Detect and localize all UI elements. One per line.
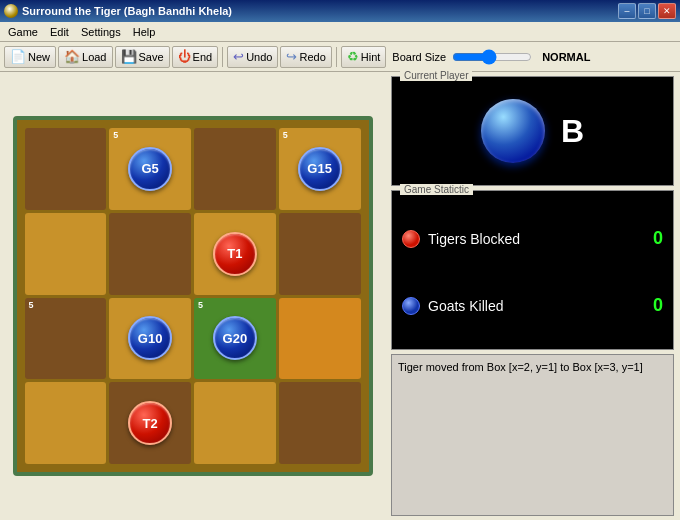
menu-game[interactable]: Game xyxy=(2,24,44,40)
goats-killed-indicator: Goats Killed xyxy=(402,297,503,315)
board-cell-3-1[interactable]: T2 xyxy=(109,382,191,464)
save-button[interactable]: 💾 Save xyxy=(115,46,170,68)
current-player-content: B xyxy=(392,77,673,185)
board-cell-3-0[interactable] xyxy=(25,382,107,464)
tigers-blocked-dot xyxy=(402,230,420,248)
goats-killed-row: Goats Killed 0 xyxy=(402,295,663,316)
cell-label-0-3: 5 xyxy=(283,130,288,140)
menu-settings[interactable]: Settings xyxy=(75,24,127,40)
cell-label-2-0: 5 xyxy=(29,300,34,310)
toolbar: 📄 New 🏠 Load 💾 Save ⏻ End ↩ Undo ↪ Redo … xyxy=(0,42,680,72)
cell-label-0-1: 5 xyxy=(113,130,118,140)
redo-label: Redo xyxy=(299,51,325,63)
board-cell-1-0[interactable] xyxy=(25,213,107,295)
board-cell-1-3[interactable] xyxy=(279,213,361,295)
board-cell-0-0[interactable] xyxy=(25,128,107,210)
save-icon: 💾 xyxy=(121,49,137,64)
current-player-section-label: Current Player xyxy=(400,70,472,81)
piece-t1[interactable]: T1 xyxy=(213,232,257,276)
goats-killed-value: 0 xyxy=(653,295,663,316)
board-size-slider[interactable] xyxy=(452,49,532,65)
board-grid: 5G55G15T15G105G20T2 xyxy=(25,128,361,464)
title-text: Surround the Tiger (Bagh Bandhi Khela) xyxy=(4,4,232,18)
hint-label: Hint xyxy=(361,51,381,63)
toolbar-separator-1 xyxy=(222,47,223,67)
board-cell-1-1[interactable] xyxy=(109,213,191,295)
board-area: 5G55G15T15G105G20T2 xyxy=(0,72,385,520)
hint-icon: ♻ xyxy=(347,49,359,64)
board-cell-3-3[interactable] xyxy=(279,382,361,464)
menu-bar: Game Edit Settings Help xyxy=(0,22,680,42)
window-title: Surround the Tiger (Bagh Bandhi Khela) xyxy=(22,5,232,17)
redo-button[interactable]: ↪ Redo xyxy=(280,46,331,68)
normal-label: NORMAL xyxy=(542,51,590,63)
board-cell-2-1[interactable]: G10 xyxy=(109,298,191,380)
end-icon: ⏻ xyxy=(178,49,191,64)
toolbar-separator-2 xyxy=(336,47,337,67)
app-icon xyxy=(4,4,18,18)
minimize-button[interactable]: – xyxy=(618,3,636,19)
board-cell-2-3[interactable] xyxy=(279,298,361,380)
undo-button[interactable]: ↩ Undo xyxy=(227,46,278,68)
piece-g15[interactable]: G15 xyxy=(298,147,342,191)
player-letter: B xyxy=(561,113,584,150)
board-cell-2-2[interactable]: 5G20 xyxy=(194,298,276,380)
tigers-blocked-value: 0 xyxy=(653,228,663,249)
piece-g5[interactable]: G5 xyxy=(128,147,172,191)
board-cell-3-2[interactable] xyxy=(194,382,276,464)
load-label: Load xyxy=(82,51,106,63)
hint-button[interactable]: ♻ Hint xyxy=(341,46,387,68)
end-button[interactable]: ⏻ End xyxy=(172,46,219,68)
undo-icon: ↩ xyxy=(233,49,244,64)
new-button[interactable]: 📄 New xyxy=(4,46,56,68)
window-controls: – □ ✕ xyxy=(618,3,676,19)
game-board: 5G55G15T15G105G20T2 xyxy=(13,116,373,476)
redo-icon: ↪ xyxy=(286,49,297,64)
load-button[interactable]: 🏠 Load xyxy=(58,46,112,68)
close-button[interactable]: ✕ xyxy=(658,3,676,19)
undo-label: Undo xyxy=(246,51,272,63)
tigers-blocked-label: Tigers Blocked xyxy=(428,231,520,247)
tigers-blocked-row: Tigers Blocked 0 xyxy=(402,228,663,249)
maximize-button[interactable]: □ xyxy=(638,3,656,19)
board-cell-0-2[interactable] xyxy=(194,128,276,210)
menu-help[interactable]: Help xyxy=(127,24,162,40)
menu-edit[interactable]: Edit xyxy=(44,24,75,40)
save-label: Save xyxy=(139,51,164,63)
piece-g20[interactable]: G20 xyxy=(213,316,257,360)
log-message: Tiger moved from Box [x=2, y=1] to Box [… xyxy=(398,361,643,373)
new-icon: 📄 xyxy=(10,49,26,64)
board-cell-0-3[interactable]: 5G15 xyxy=(279,128,361,210)
player-ball xyxy=(481,99,545,163)
load-icon: 🏠 xyxy=(64,49,80,64)
current-player-box: Current Player B xyxy=(391,76,674,186)
board-size-label: Board Size xyxy=(392,51,446,63)
board-cell-0-1[interactable]: 5G5 xyxy=(109,128,191,210)
title-bar: Surround the Tiger (Bagh Bandhi Khela) –… xyxy=(0,0,680,22)
right-panel: Current Player B Game Statictic Tigers B… xyxy=(385,72,680,520)
stats-box: Game Statictic Tigers Blocked 0 Goats Ki… xyxy=(391,190,674,350)
log-box: Tiger moved from Box [x=2, y=1] to Box [… xyxy=(391,354,674,516)
piece-t2[interactable]: T2 xyxy=(128,401,172,445)
board-cell-2-0[interactable]: 5 xyxy=(25,298,107,380)
board-cell-1-2[interactable]: T1 xyxy=(194,213,276,295)
goats-killed-dot xyxy=(402,297,420,315)
stats-section-label: Game Statictic xyxy=(400,184,473,195)
new-label: New xyxy=(28,51,50,63)
end-label: End xyxy=(193,51,213,63)
goats-killed-label: Goats Killed xyxy=(428,298,503,314)
cell-label-2-2: 5 xyxy=(198,300,203,310)
piece-g10[interactable]: G10 xyxy=(128,316,172,360)
tigers-blocked-indicator: Tigers Blocked xyxy=(402,230,520,248)
main-content: 5G55G15T15G105G20T2 Current Player B Gam… xyxy=(0,72,680,520)
